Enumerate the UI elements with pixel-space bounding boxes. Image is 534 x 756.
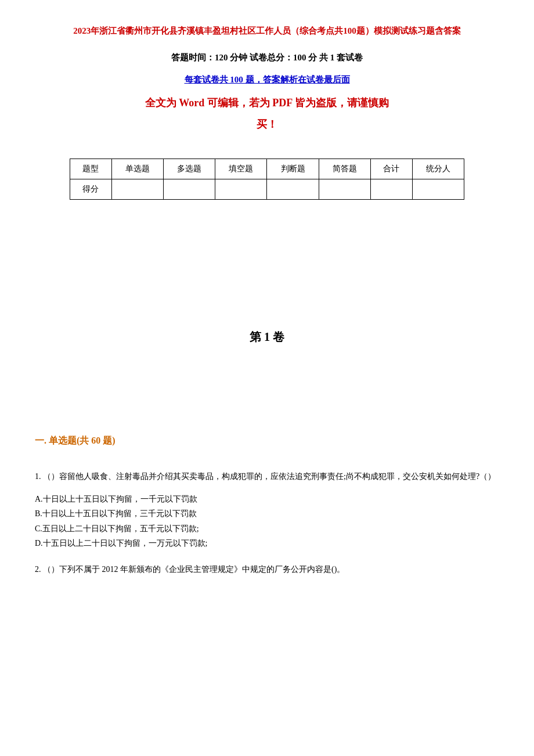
question-1-option-c: C.五日以上二十日以下拘留，五千元以下罚款; — [35, 521, 499, 536]
notice-red-1: 全文为 Word 可编辑，若为 PDF 皆为盗版，请谨慎购 — [35, 95, 499, 111]
question-1-text: （）容留他人吸食、注射毒品并介绍其买卖毒品，构成犯罪的，应依法追究刑事责任;尚不… — [43, 472, 496, 481]
question-1-options: A.十日以上十五日以下拘留，一千元以下罚款 B.十日以上十五日以下拘留，三千元以… — [35, 492, 499, 550]
table-header-single: 单选题 — [111, 159, 163, 179]
question-1-option-d: D.十五日以上二十日以下拘留，一万元以下罚款; — [35, 536, 499, 550]
score-table: 题型 单选题 多选题 填空题 判断题 简答题 合计 统分人 得分 — [70, 159, 464, 200]
notice-blue: 每套试卷共 100 题，答案解析在试卷最后面 — [35, 73, 499, 87]
exam-info: 答题时间：120 分钟 试卷总分：100 分 共 1 套试卷 — [35, 51, 499, 64]
table-row-score-label: 得分 — [70, 179, 112, 199]
table-header-multiple: 多选题 — [163, 159, 215, 179]
table-cell-fill-score — [215, 179, 267, 199]
volume-label: 第 1 卷 — [35, 327, 499, 346]
table-header-total: 合计 — [371, 159, 413, 179]
table-cell-short-score — [319, 179, 370, 199]
question-1-option-a: A.十日以上十五日以下拘留，一千元以下罚款 — [35, 492, 499, 506]
question-2-text: （）下列不属于 2012 年新颁布的《企业民主管理规定》中规定的厂务公开内容是(… — [43, 565, 345, 574]
question-1-number: 1. — [35, 472, 41, 481]
table-cell-judge-score — [267, 179, 319, 199]
table-header-judge: 判断题 — [267, 159, 319, 179]
question-2: 2. （）下列不属于 2012 年新颁布的《企业民主管理规定》中规定的厂务公开内… — [35, 562, 499, 577]
table-header-fill: 填空题 — [215, 159, 267, 179]
table-cell-single-score — [111, 179, 163, 199]
table-cell-total-score — [371, 179, 413, 199]
table-cell-multiple-score — [163, 179, 215, 199]
table-header-short: 简答题 — [319, 159, 370, 179]
notice-red-2: 买！ — [35, 116, 499, 133]
question-1: 1. （）容留他人吸食、注射毒品并介绍其买卖毒品，构成犯罪的，应依法追究刑事责任… — [35, 469, 499, 484]
question-2-number: 2. — [35, 565, 41, 574]
question-1-option-b: B.十日以上十五日以下拘留，三千元以下罚款 — [35, 506, 499, 521]
section1-title: 一. 单选题(共 60 题) — [35, 433, 499, 448]
table-header-scorer: 统分人 — [412, 159, 464, 179]
page-title: 2023年浙江省衢州市开化县齐溪镇丰盈坦村社区工作人员（综合考点共100题）模拟… — [35, 23, 499, 39]
table-cell-scorer-score — [412, 179, 464, 199]
table-header-type: 题型 — [70, 159, 112, 179]
